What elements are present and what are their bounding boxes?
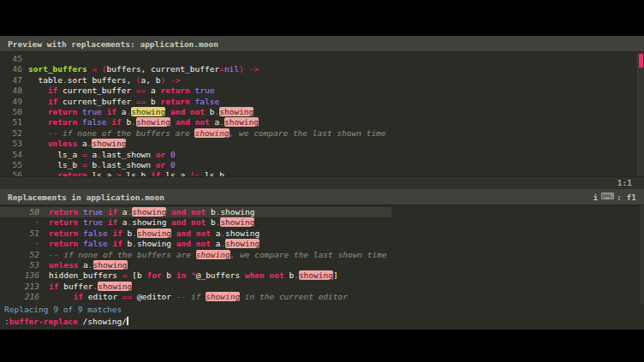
code-token: return bbox=[160, 86, 189, 95]
line-number: 47 bbox=[0, 75, 22, 86]
code-token: current_buffer bbox=[57, 86, 136, 95]
code-token: ls_b bbox=[28, 160, 82, 169]
match-rows-container: 50return true if a.showing and not b.sho… bbox=[0, 207, 644, 303]
replacements-list[interactable]: 50return true if a.showing and not b.sho… bbox=[0, 205, 644, 304]
code-token: @editor bbox=[132, 292, 176, 301]
code-token: b bbox=[122, 117, 131, 127]
match-highlight: showing bbox=[98, 282, 132, 291]
code-token: b bbox=[122, 239, 132, 248]
code-token: not bbox=[196, 239, 211, 248]
code-token: or bbox=[156, 150, 165, 159]
code-token: -> bbox=[249, 64, 259, 74]
code-token: return bbox=[48, 117, 77, 127]
code-token: if bbox=[112, 228, 122, 238]
code-token: b bbox=[206, 217, 215, 227]
match-highlight: showing bbox=[224, 117, 259, 127]
code-token: == bbox=[136, 97, 146, 106]
code-line[interactable]: 55 ls_b = b.last_shown or 0 bbox=[0, 160, 644, 170]
code-token: return bbox=[48, 107, 77, 116]
match-line-number: 136 bbox=[0, 270, 39, 281]
code-token: a bbox=[117, 207, 127, 217]
preview-editor[interactable]: 4546sort_buffers = (buffers, current_buf… bbox=[0, 52, 644, 176]
code-token bbox=[28, 139, 48, 148]
code-token: 0 bbox=[170, 160, 176, 169]
match-row[interactable]: 53unless a.showing bbox=[0, 260, 391, 270]
code-token bbox=[28, 107, 48, 116]
code-token: b bbox=[284, 270, 294, 280]
match-row-selected[interactable]: 50return true if a.showing and not b.sho… bbox=[0, 207, 391, 217]
list-scrollbar-track[interactable] bbox=[640, 205, 644, 304]
code-token: if bbox=[111, 117, 121, 127]
help-hint-key: : f1 bbox=[617, 189, 636, 205]
code-token: a bbox=[116, 107, 126, 116]
code-token: unless bbox=[49, 260, 78, 270]
match-row[interactable]: 52-- if none of the buffers are showing,… bbox=[0, 250, 391, 260]
code-token: 0 bbox=[170, 150, 176, 159]
code-token: b bbox=[162, 270, 176, 280]
match-highlight: showing bbox=[132, 207, 166, 217]
match-row[interactable]: ·return false if b.showing and not a.sho… bbox=[0, 239, 391, 249]
code-token: ls_b bbox=[200, 170, 224, 176]
code-token: b bbox=[87, 160, 97, 169]
code-line[interactable]: 56 return ls_a > ls_b if ls_a != ls_b bbox=[0, 170, 644, 176]
code-token: current_buffer bbox=[57, 97, 136, 106]
command-line[interactable]: :buffer-replace /showing/ bbox=[0, 315, 644, 329]
code-token: . bbox=[88, 260, 93, 270]
match-highlight: showing bbox=[194, 128, 229, 138]
match-highlight: showing bbox=[220, 217, 254, 227]
code-token: showing bbox=[137, 239, 171, 248]
code-line[interactable]: 52 -- if none of the buffers are showing… bbox=[0, 128, 644, 139]
code-line[interactable]: 53 unless a.showing bbox=[0, 139, 644, 149]
status-bar: 1:1 bbox=[0, 176, 644, 189]
code-token: and bbox=[176, 239, 191, 248]
code-token: when bbox=[245, 270, 265, 280]
cursor-position: 1:1 bbox=[617, 178, 632, 187]
code-line[interactable]: 47 table.sort buffers, (a, b) -> bbox=[0, 75, 644, 86]
line-number: 48 bbox=[0, 86, 22, 96]
match-row[interactable]: 216 if editor == @editor -- if showing i… bbox=[0, 292, 391, 302]
code-line[interactable]: 49 if current_buffer == b return false bbox=[0, 97, 644, 107]
code-token: a bbox=[146, 86, 160, 95]
code-token: or bbox=[156, 160, 165, 169]
match-row[interactable]: 136hidden_buffers = [b for b in *@_buffe… bbox=[0, 270, 391, 281]
match-highlight: showing bbox=[206, 292, 240, 301]
code-token: in bbox=[176, 270, 186, 280]
code-token: == bbox=[136, 86, 146, 95]
code-token: a bbox=[87, 150, 97, 159]
code-line[interactable]: 46sort_buffers = (buffers, current_buffe… bbox=[0, 64, 644, 74]
match-row[interactable]: 51return false if b.showing and not a.sh… bbox=[0, 228, 391, 239]
code-line[interactable]: 48 if current_buffer == a return true bbox=[0, 86, 644, 96]
line-number: 51 bbox=[0, 117, 22, 128]
match-line-number: 52 bbox=[0, 250, 39, 260]
code-token: if bbox=[107, 107, 116, 116]
match-highlight: showing bbox=[196, 250, 230, 259]
code-token: if bbox=[108, 217, 117, 227]
scrollbar-thumb[interactable] bbox=[639, 54, 643, 68]
code-token: a bbox=[211, 228, 220, 238]
code-line[interactable]: 51 return false if b.showing and not a.s… bbox=[0, 117, 644, 128]
code-line[interactable]: 54 ls_a = a.last_shown or 0 bbox=[0, 150, 644, 160]
match-highlight: showing bbox=[137, 228, 171, 238]
code-line[interactable]: 50 return true if a.showing and not b.sh… bbox=[0, 107, 644, 117]
match-highlight: showing bbox=[225, 239, 259, 248]
match-row[interactable]: 213if buffer.showing bbox=[0, 282, 391, 292]
code-token: == bbox=[122, 292, 132, 301]
line-number: 50 bbox=[0, 107, 22, 117]
code-token: if bbox=[74, 292, 83, 301]
code-token: b bbox=[205, 107, 214, 116]
code-token: -- if none of the buffers are bbox=[49, 250, 196, 259]
scrollbar-track[interactable] bbox=[637, 52, 644, 176]
code-token: -- if bbox=[176, 292, 206, 301]
echo-message: Replacing 9 of 9 matches bbox=[0, 304, 644, 315]
match-row[interactable]: ·return true if a.showing and not b.show… bbox=[0, 217, 391, 228]
code-token: sort_buffers bbox=[28, 64, 87, 74]
code-token: a bbox=[210, 117, 219, 127]
code-token bbox=[28, 117, 48, 127]
code-token: a, b bbox=[141, 75, 161, 85]
replacements-pane-title: Replacements in application.moon bbox=[8, 189, 164, 205]
line-number: 55 bbox=[0, 160, 22, 170]
code-line[interactable]: 45 bbox=[0, 54, 644, 64]
match-highlight: showing bbox=[136, 117, 170, 127]
code-token bbox=[49, 292, 74, 301]
code-token: sort buffers, bbox=[68, 75, 136, 85]
